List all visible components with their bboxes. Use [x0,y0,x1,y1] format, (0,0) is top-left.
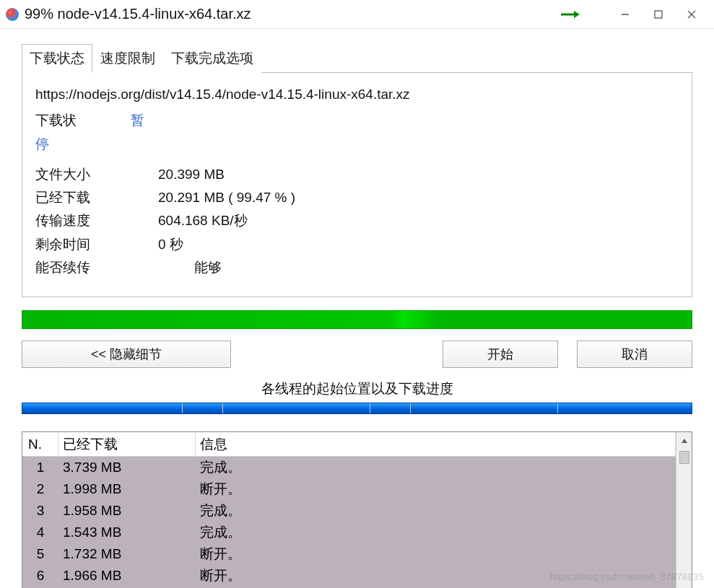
speed-label: 传输速度 [35,209,158,232]
cell-n: 5 [22,546,58,562]
details-panel: https://nodejs.org/dist/v14.15.4/node-v1… [22,72,692,297]
thread-segment [558,403,692,413]
start-button[interactable]: 开始 [443,341,558,368]
resumable-value: 能够 [194,256,222,279]
tab-on-complete[interactable]: 下载完成选项 [163,44,261,73]
threads-progress-bar [22,403,692,414]
thread-segment [22,403,183,413]
cell-info: 完成。 [196,501,676,520]
thread-segment [370,403,411,413]
app-icon [6,8,19,21]
cell-downloaded: 3.739 MB [58,460,196,475]
cell-n: 1 [22,460,58,475]
file-size-value: 20.399 MB [158,163,225,186]
svg-marker-6 [682,439,687,443]
progress-bar [22,310,692,329]
tab-speed-limit[interactable]: 速度限制 [92,44,163,73]
cell-downloaded: 1.732 MB [58,546,196,562]
remaining-label: 剩余时间 [35,233,158,256]
cell-info: 完成。 [196,523,676,542]
table-row[interactable]: 31.958 MB完成。 [22,500,676,522]
table-header: N. 已经下载 信息 [22,432,676,457]
svg-marker-1 [574,11,580,18]
tab-download-status[interactable]: 下载状态 [22,44,92,73]
speed-value: 604.168 KB/秒 [158,209,248,232]
maximize-button[interactable] [642,4,675,25]
cell-n: 2 [22,481,58,497]
col-info[interactable]: 信息 [196,432,676,456]
cancel-button[interactable]: 取消 [577,341,692,368]
cell-info: 断开。 [196,566,676,585]
window-title: 99% node-v14.15.4-linux-x64.tar.xz [25,6,251,22]
cell-info: 完成。 [196,458,676,477]
resumable-label: 能否续传 [35,256,158,279]
cell-info: 断开。 [196,545,676,563]
downloaded-label: 已经下载 [35,186,158,209]
cell-n: 6 [22,568,58,584]
cell-n: 3 [22,503,58,519]
table-row[interactable]: 41.543 MB完成。 [22,522,676,543]
table-row[interactable]: 51.732 MB断开。 [22,543,676,565]
titlebar: 99% node-v14.15.4-linux-x64.tar.xz [0,0,714,29]
scroll-thumb[interactable] [679,451,689,464]
table-row[interactable]: 61.966 MB断开。 [22,565,676,587]
cell-downloaded: 1.966 MB [58,568,196,584]
remaining-value: 0 秒 [158,233,183,256]
file-size-label: 文件大小 [35,163,158,186]
thread-segment [411,403,558,413]
cell-info: 断开。 [196,480,676,499]
thread-segment [183,403,223,413]
transfer-arrow-icon [561,9,580,19]
thread-segment [223,403,370,413]
threads-table: N. 已经下载 信息 13.739 MB完成。21.998 MB断开。31.95… [22,431,692,588]
download-url: https://nodejs.org/dist/v14.15.4/node-v1… [35,83,679,106]
cell-n: 4 [22,525,58,540]
scroll-up-icon[interactable] [676,432,692,449]
threads-caption: 各线程的起始位置以及下载进度 [22,379,692,398]
scrollbar[interactable] [676,432,692,588]
cell-downloaded: 1.998 MB [58,481,196,497]
col-downloaded[interactable]: 已经下载 [58,432,196,456]
tab-row: 下载状态 速度限制 下载完成选项 [22,43,692,72]
close-button[interactable] [675,4,708,25]
table-row[interactable]: 13.739 MB完成。 [22,457,676,478]
minimize-button[interactable] [609,4,642,25]
cell-downloaded: 1.958 MB [58,503,196,519]
table-row[interactable]: 21.998 MB断开。 [22,478,676,500]
hide-details-button[interactable]: << 隐藏细节 [22,341,231,368]
downloaded-value: 20.291 MB ( 99.47 % ) [158,186,295,209]
status-label: 下载状 暂停 [35,109,158,156]
col-n[interactable]: N. [22,432,58,456]
svg-rect-3 [655,11,662,18]
cell-downloaded: 1.543 MB [58,525,196,540]
